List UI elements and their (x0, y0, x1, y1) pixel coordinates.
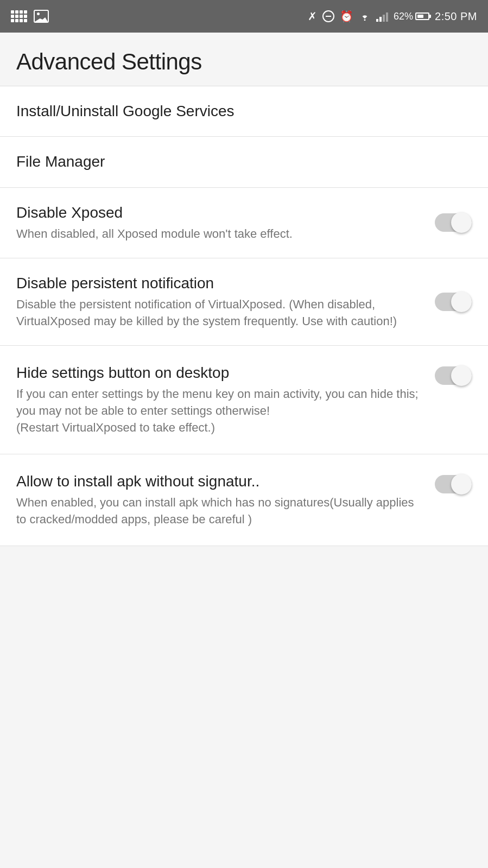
settings-item-disable-notification-title: Disable persistent notification (16, 274, 424, 293)
status-bar: ✗ ⏰ 62% 2:50 PM (0, 0, 488, 33)
hide-settings-toggle[interactable] (435, 365, 472, 386)
battery-icon (415, 12, 429, 20)
dnd-icon (322, 10, 334, 22)
settings-item-allow-apk[interactable]: Allow to install apk without signatur.. … (0, 454, 488, 546)
allow-apk-toggle[interactable] (435, 474, 472, 495)
battery-wrapper: 62% (394, 11, 429, 22)
status-bar-left-icons (11, 10, 49, 23)
allow-apk-toggle-thumb (451, 474, 472, 495)
page-header: Advanced Settings (0, 33, 488, 86)
settings-item-allow-apk-desc: When enabled, you can install apk which … (16, 495, 424, 528)
disable-xposed-toggle[interactable] (435, 212, 472, 233)
settings-item-google-services-text: Install/Uninstall Google Services (16, 102, 472, 121)
settings-item-file-manager-title: File Manager (16, 152, 461, 172)
disable-xposed-toggle-thumb (451, 212, 472, 233)
settings-item-allow-apk-title: Allow to install apk without signatur.. (16, 472, 424, 491)
status-bar-time: 2:50 PM (435, 10, 477, 23)
settings-item-disable-notification[interactable]: Disable persistent notification Disable … (0, 258, 488, 346)
settings-item-file-manager[interactable]: File Manager (0, 137, 488, 187)
settings-item-hide-settings-title: Hide settings button on desktop (16, 363, 424, 383)
settings-item-hide-settings-text: Hide settings button on desktop If you c… (16, 363, 435, 436)
status-bar-right-icons: ✗ ⏰ 62% 2:50 PM (308, 10, 477, 23)
page-title: Advanced Settings (16, 49, 472, 75)
settings-item-disable-notification-text: Disable persistent notification Disable … (16, 274, 435, 330)
settings-item-disable-xposed-title: Disable Xposed (16, 203, 424, 223)
grid-icon (11, 10, 27, 22)
settings-item-disable-xposed-text: Disable Xposed When disabled, all Xposed… (16, 203, 435, 243)
settings-item-disable-xposed[interactable]: Disable Xposed When disabled, all Xposed… (0, 188, 488, 258)
settings-item-file-manager-text: File Manager (16, 152, 472, 172)
settings-item-disable-xposed-desc: When disabled, all Xposed module won't t… (16, 226, 424, 243)
wifi-icon (359, 12, 371, 21)
battery-percent: 62% (394, 11, 413, 22)
settings-item-hide-settings-desc: If you can enter settings by the menu ke… (16, 386, 424, 436)
image-icon (34, 10, 49, 23)
hide-settings-toggle-thumb (451, 365, 472, 386)
settings-item-google-services[interactable]: Install/Uninstall Google Services (0, 86, 488, 137)
settings-list: Install/Uninstall Google Services File M… (0, 86, 488, 546)
settings-item-disable-notification-desc: Disable the persistent notification of V… (16, 296, 424, 330)
settings-item-hide-settings[interactable]: Hide settings button on desktop If you c… (0, 346, 488, 454)
disable-notification-toggle[interactable] (435, 292, 472, 312)
alarm-icon: ⏰ (340, 10, 353, 23)
disable-notification-toggle-thumb (451, 292, 472, 312)
bluetooth-icon: ✗ (308, 10, 317, 23)
signal-icon (376, 11, 388, 22)
settings-item-google-services-title: Install/Uninstall Google Services (16, 102, 461, 121)
settings-item-allow-apk-text: Allow to install apk without signatur.. … (16, 472, 435, 528)
